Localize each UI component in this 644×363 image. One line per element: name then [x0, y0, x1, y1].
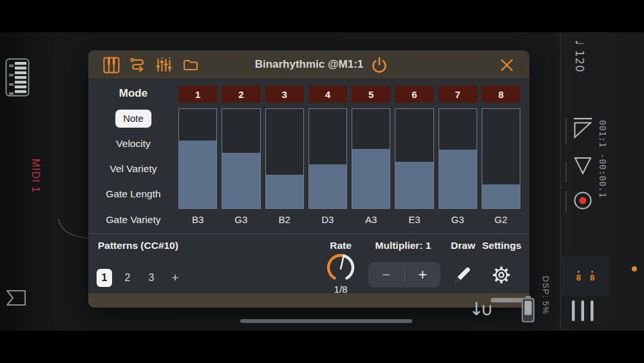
battery-icon	[520, 295, 537, 326]
rate-knob[interactable]	[326, 253, 355, 282]
multiplier-label: Multiplier: 1	[375, 240, 431, 251]
param-tab-velocity[interactable]: Velocity	[88, 137, 178, 151]
step-fill	[266, 175, 303, 208]
record-button[interactable]	[572, 190, 594, 211]
transport-separator	[565, 118, 567, 144]
timecode-display: 001:1 -00:00.1	[598, 120, 608, 198]
draw-label: Draw	[451, 240, 475, 251]
param-tab-vel-variety[interactable]: Vel Variety	[88, 162, 178, 176]
track-flag-icon[interactable]	[5, 289, 27, 308]
step-fill	[309, 164, 346, 208]
rate-label: Rate	[330, 240, 352, 251]
step-note-label: G2	[482, 212, 520, 228]
step-column[interactable]	[352, 108, 390, 209]
add-pattern-button[interactable]: +	[167, 269, 184, 287]
step-column[interactable]	[222, 108, 260, 209]
pattern-button-2[interactable]: 2	[119, 269, 136, 287]
channel-bars-icon[interactable]	[571, 300, 595, 322]
plugin-body: Mode 1 2 3 4 5 6 7 8 Note Velocity Vel V…	[88, 79, 529, 293]
step-note-label: D3	[308, 212, 347, 228]
mixer-faders-icon[interactable]	[155, 56, 173, 74]
mode-slot-button[interactable]: 2	[222, 86, 260, 103]
multiplier-minus-button[interactable]: −	[368, 263, 404, 286]
close-icon[interactable]	[498, 57, 515, 74]
step-column[interactable]	[482, 108, 520, 209]
plugin-header: Binarhythmic @M1:1	[88, 50, 529, 79]
device-frame: MIDI 1	[0, 0, 644, 363]
param-tab-gate-length[interactable]: Gate Length	[88, 187, 178, 201]
step-fill	[179, 141, 216, 208]
settings-gear-icon[interactable]	[490, 264, 513, 286]
draw-pencil-icon[interactable]	[452, 265, 472, 285]
param-tab-gate-variety[interactable]: Gate Variety	[88, 213, 178, 227]
step-fill	[439, 150, 477, 208]
section-divider	[88, 233, 529, 234]
mode-slot-button[interactable]: 4	[308, 86, 347, 103]
midi-jack-icon: 8	[576, 271, 581, 282]
quarter-note-icon: ♩	[573, 40, 586, 46]
step-note-labels: B3 G3 B2 D3 A3 E3 G3 G2	[178, 212, 520, 228]
pattern-selector: 1 2 3 +	[97, 269, 184, 287]
midi-jack-glyph: 8	[576, 273, 581, 282]
play-icon[interactable]	[573, 156, 592, 175]
header-toolbar	[102, 56, 200, 74]
dsp-load-label: DSP: 5%	[541, 276, 551, 315]
horizontal-scrollbar[interactable]	[240, 319, 412, 323]
pattern-button-3[interactable]: 3	[143, 269, 160, 287]
step-fill	[352, 149, 390, 208]
sidebar-divider	[560, 32, 561, 331]
step-note-label: G3	[439, 212, 477, 228]
step-note-label: A3	[352, 212, 390, 228]
mode-slot-button[interactable]: 3	[265, 86, 304, 103]
tempo-value: 120	[573, 50, 586, 72]
plugin-window: Binarhythmic @M1:1 Mode 1 2 3 4 5	[88, 50, 529, 308]
midi-io-panel[interactable]: 8 8	[562, 256, 609, 296]
step-fill	[482, 184, 520, 208]
patterns-label: Patterns (CC#10)	[98, 240, 178, 251]
signal-route-icon[interactable]	[129, 56, 147, 74]
step-fill	[222, 153, 260, 208]
folder-icon[interactable]	[182, 56, 200, 74]
activity-led	[632, 266, 637, 271]
step-note-label: B3	[178, 212, 217, 228]
mode-slot-row: 1 2 3 4 5 6 7 8	[178, 86, 520, 103]
step-column[interactable]	[395, 108, 433, 209]
plugin-title: Binarhythmic @M1:1	[255, 58, 364, 71]
mode-slot-button[interactable]: 6	[395, 86, 433, 103]
mode-label: Mode	[88, 87, 178, 100]
step-note-label: G3	[222, 212, 260, 228]
plugin-footer	[88, 293, 529, 308]
step-column[interactable]	[308, 108, 347, 209]
mode-slot-button[interactable]: 7	[439, 86, 477, 103]
multiplier-stepper: − +	[368, 262, 440, 288]
mode-slot-button[interactable]: 5	[352, 86, 390, 103]
step-note-label: B2	[265, 212, 304, 228]
tempo-display[interactable]: ♩ 120	[573, 40, 586, 73]
step-fill	[395, 162, 433, 208]
multiplier-plus-button[interactable]: +	[405, 263, 441, 286]
mode-slot-button[interactable]: 8	[482, 86, 520, 103]
transport-separator	[565, 191, 567, 213]
step-column[interactable]	[178, 108, 217, 209]
app-screen: MIDI 1	[0, 32, 644, 331]
keyboard-panel-icon[interactable]	[5, 58, 30, 97]
settings-label: Settings	[482, 240, 521, 251]
midi-jack-glyph: 8	[590, 273, 594, 282]
power-button[interactable]	[370, 55, 389, 75]
piano-icon[interactable]	[102, 56, 120, 74]
pattern-button-1[interactable]: 1	[97, 269, 112, 287]
step-columns	[178, 108, 520, 209]
return-to-start-icon[interactable]	[572, 117, 594, 141]
midi-jack-icon: 8	[590, 271, 594, 282]
step-note-label: E3	[395, 212, 433, 228]
transport-separator	[565, 162, 567, 182]
mode-slot-button[interactable]: 1	[178, 86, 217, 103]
param-tab-note-selected[interactable]: Note	[115, 110, 151, 128]
magnet-icon[interactable]: ∪	[480, 299, 493, 319]
patch-cable-arc	[48, 210, 93, 242]
midi-track-label[interactable]: MIDI 1	[30, 159, 41, 193]
step-column[interactable]	[265, 108, 304, 209]
step-column[interactable]	[439, 108, 477, 209]
